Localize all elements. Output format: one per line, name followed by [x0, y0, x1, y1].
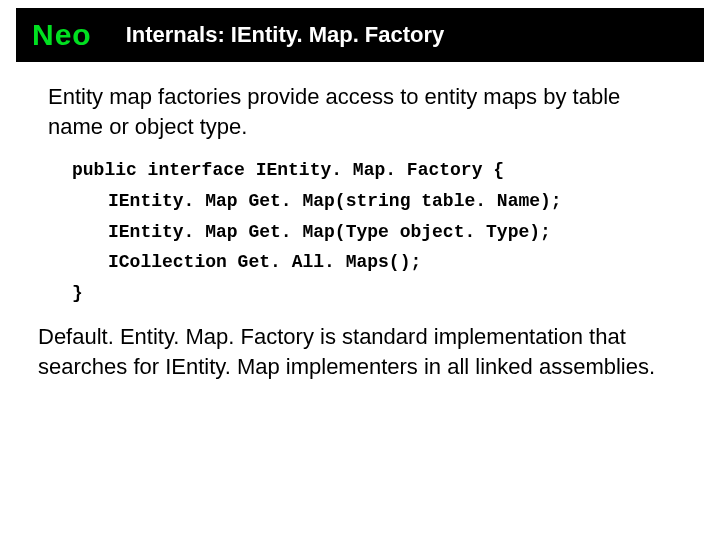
code-line: IEntity. Map Get. Map(Type object. Type)… — [72, 217, 680, 248]
logo: Neo — [16, 18, 108, 52]
code-line: ICollection Get. All. Maps(); — [72, 247, 680, 278]
code-line: IEntity. Map Get. Map(string table. Name… — [72, 186, 680, 217]
code-line: } — [72, 278, 680, 309]
slide-body: Entity map factories provide access to e… — [48, 82, 680, 382]
slide-title: Internals: IEntity. Map. Factory — [108, 22, 445, 48]
code-block: public interface IEntity. Map. Factory {… — [72, 155, 680, 308]
closing-paragraph: Default. Entity. Map. Factory is standar… — [38, 322, 680, 381]
intro-paragraph: Entity map factories provide access to e… — [48, 82, 680, 141]
slide: Neo Internals: IEntity. Map. Factory Ent… — [0, 0, 720, 540]
title-bar: Neo Internals: IEntity. Map. Factory — [16, 8, 704, 62]
code-line: public interface IEntity. Map. Factory { — [72, 155, 680, 186]
